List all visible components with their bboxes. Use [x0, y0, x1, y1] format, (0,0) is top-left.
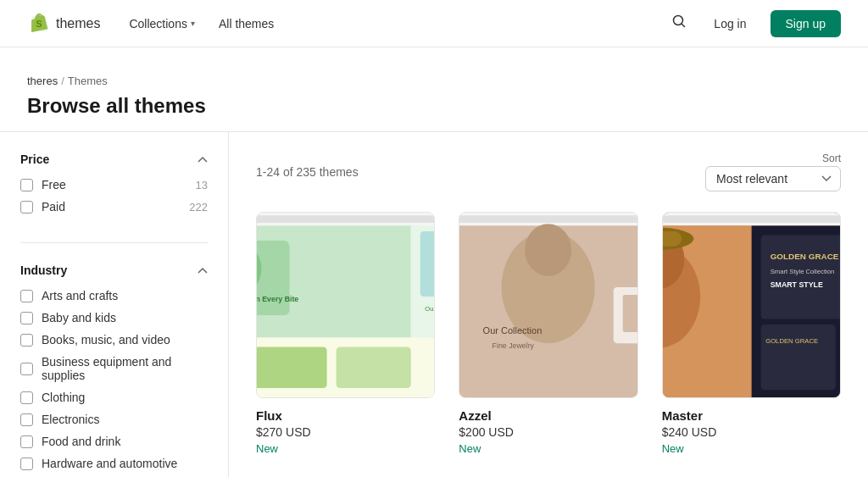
- chevron-up-icon: [198, 267, 208, 274]
- price-filter-header[interactable]: Price: [20, 153, 208, 166]
- filter-checkbox[interactable]: [20, 413, 33, 426]
- logo-text: themes: [56, 16, 100, 31]
- login-button[interactable]: Log in: [704, 12, 756, 36]
- industry-filter-item[interactable]: Electronics: [20, 413, 208, 426]
- svg-rect-47: [663, 231, 682, 247]
- industry-filter-title: Industry: [20, 263, 67, 277]
- theme-price: $200 USD: [459, 425, 637, 439]
- svg-rect-49: [760, 235, 840, 319]
- svg-rect-19: [337, 347, 411, 388]
- svg-text:Goodness in Every Bite: Goodness in Every Bite: [257, 295, 298, 303]
- nav-all-themes-label: All themes: [219, 17, 274, 31]
- page-header: theres / Themes Browse all themes: [0, 47, 868, 132]
- chevron-down-icon: ▾: [191, 19, 195, 28]
- theme-info: Azzel $200 USD New: [459, 398, 637, 455]
- theme-price: $270 USD: [256, 425, 435, 439]
- svg-rect-8: [257, 215, 434, 223]
- industry-filter-toggle[interactable]: [198, 264, 208, 276]
- logo-link[interactable]: S themes: [27, 12, 100, 36]
- svg-rect-42: [663, 215, 840, 223]
- industry-filter-item[interactable]: Business equipment and supplies: [20, 355, 208, 382]
- sidebar: Price Free 13 Paid 222 Industry: [0, 132, 229, 477]
- filter-checkbox[interactable]: [20, 290, 33, 302]
- svg-rect-52: [760, 324, 835, 390]
- content-top: 1-24 of 235 themes Sort Most relevantNew…: [256, 153, 841, 191]
- svg-rect-10: [257, 241, 290, 315]
- filter-checkbox[interactable]: [20, 201, 33, 214]
- industry-filter-item[interactable]: Clothing: [20, 391, 208, 404]
- nav-collections-label: Collections: [129, 17, 186, 31]
- industry-filter-items: Arts and crafts Baby and kids Books, mus…: [20, 289, 208, 477]
- sort-select[interactable]: Most relevantNewestPrice: Low to HighPri…: [705, 166, 841, 191]
- filter-label: Arts and crafts: [42, 289, 118, 302]
- svg-rect-26: [459, 215, 637, 223]
- main-nav: Collections ▾ All themes: [120, 12, 668, 36]
- theme-badge: New: [256, 442, 278, 455]
- filter-checkbox[interactable]: [20, 435, 33, 448]
- svg-point-30: [525, 224, 571, 276]
- theme-badge: New: [459, 442, 481, 455]
- filter-label: Clothing: [42, 391, 85, 404]
- header-actions: Log in Sign up: [668, 10, 841, 37]
- results-count: 1-24 of 235 themes: [256, 165, 359, 179]
- filter-checkbox[interactable]: [20, 179, 33, 191]
- filter-checkbox[interactable]: [20, 312, 33, 324]
- svg-text:Our Collection: Our Collection: [425, 305, 434, 313]
- filter-checkbox[interactable]: [20, 458, 33, 470]
- svg-text:SMART STYLE: SMART STYLE: [770, 280, 822, 289]
- filter-count: 13: [196, 179, 208, 191]
- signup-button[interactable]: Sign up: [771, 10, 841, 37]
- theme-card[interactable]: GOLDEN GRACE Smart Style Collection GOLD…: [662, 212, 841, 455]
- price-filter-items: Free 13 Paid 222: [20, 178, 208, 214]
- filter-label: Free: [42, 178, 66, 191]
- theme-image: GOLDEN GRACE Smart Style Collection GOLD…: [662, 212, 841, 398]
- industry-filter-item[interactable]: Books, music, and video: [20, 333, 208, 347]
- main-content: Price Free 13 Paid 222 Industry: [0, 132, 868, 477]
- industry-filter-item[interactable]: Arts and crafts: [20, 289, 208, 302]
- industry-filter-item[interactable]: Food and drink: [20, 435, 208, 448]
- nav-collections[interactable]: Collections ▾: [120, 12, 203, 36]
- filter-label: Hardware and automotive: [42, 457, 177, 470]
- themes-grid: Goodness in Every Bite Our Collection Br…: [256, 212, 841, 477]
- filter-checkbox[interactable]: [20, 363, 33, 375]
- industry-filter-section: Industry Arts and crafts Baby and kids B…: [20, 263, 208, 477]
- filter-label: Books, music, and video: [42, 333, 170, 347]
- breadcrumb-sep: /: [61, 75, 64, 87]
- filter-checkbox[interactable]: [20, 391, 33, 404]
- industry-filter-header[interactable]: Industry: [20, 263, 208, 277]
- svg-text:GOLDEN GRACE: GOLDEN GRACE: [770, 252, 838, 261]
- chevron-up-icon: [198, 156, 208, 163]
- shopify-logo-icon: S: [27, 12, 51, 36]
- theme-name: Master: [662, 408, 841, 423]
- price-filter-item[interactable]: Paid 222: [20, 200, 208, 214]
- price-filter-section: Price Free 13 Paid 222: [20, 153, 208, 243]
- theme-card[interactable]: Goodness in Every Bite Our Collection Br…: [256, 212, 435, 455]
- sort-label: Sort: [822, 153, 841, 164]
- theme-card[interactable]: Our Collection Fine Jewelry Pendant $120…: [459, 212, 637, 455]
- search-button[interactable]: [668, 10, 690, 36]
- svg-text:S: S: [36, 19, 42, 29]
- price-filter-toggle[interactable]: [198, 153, 208, 165]
- breadcrumb: theres / Themes: [27, 75, 841, 87]
- theme-info: Flux $270 USD New: [256, 398, 435, 455]
- nav-all-themes[interactable]: All themes: [210, 12, 282, 36]
- search-icon: [671, 14, 687, 29]
- sort-container: Sort Most relevantNewestPrice: Low to Hi…: [705, 153, 841, 191]
- filter-label: Food and drink: [42, 435, 120, 448]
- filter-label: Business equipment and supplies: [42, 355, 208, 382]
- svg-rect-34: [623, 295, 637, 332]
- price-filter-item[interactable]: Free 13: [20, 178, 208, 191]
- breadcrumb-home[interactable]: theres: [27, 75, 58, 87]
- industry-filter-item[interactable]: Baby and kids: [20, 311, 208, 324]
- filter-checkbox[interactable]: [20, 334, 33, 347]
- filter-count: 222: [189, 201, 208, 214]
- filter-label: Baby and kids: [42, 311, 116, 324]
- theme-name: Flux: [256, 408, 435, 423]
- breadcrumb-current: Themes: [68, 75, 108, 87]
- industry-filter-item[interactable]: Hardware and automotive: [20, 457, 208, 470]
- theme-name: Azzel: [459, 408, 637, 423]
- svg-text:Our Collection: Our Collection: [483, 325, 542, 336]
- theme-price: $240 USD: [662, 425, 841, 439]
- theme-image: Goodness in Every Bite Our Collection Br…: [256, 212, 435, 398]
- content-area: 1-24 of 235 themes Sort Most relevantNew…: [229, 132, 868, 477]
